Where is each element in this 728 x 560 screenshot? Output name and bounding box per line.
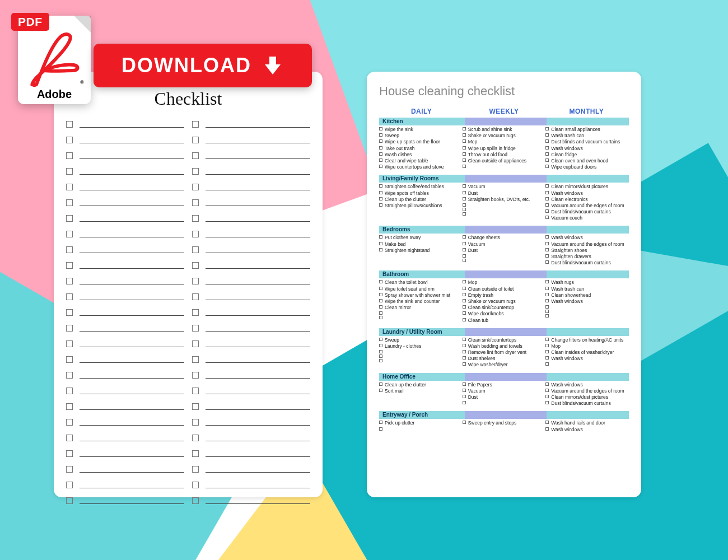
checkbox[interactable] <box>463 350 466 353</box>
checkbox[interactable] <box>379 287 382 290</box>
checkbox[interactable] <box>379 299 382 302</box>
checkbox[interactable] <box>192 372 199 379</box>
checkbox[interactable] <box>463 305 466 309</box>
checkbox[interactable] <box>463 203 466 207</box>
checkbox[interactable] <box>545 401 549 404</box>
checkbox[interactable] <box>66 435 73 441</box>
checkbox[interactable] <box>545 216 549 219</box>
checkbox[interactable] <box>463 146 466 150</box>
checkbox[interactable] <box>463 139 466 143</box>
checkbox[interactable] <box>463 395 466 398</box>
checkbox[interactable] <box>66 137 73 143</box>
checkbox[interactable] <box>379 280 382 283</box>
checkbox[interactable] <box>66 450 73 457</box>
checkbox[interactable] <box>545 280 549 283</box>
checkbox[interactable] <box>379 191 382 194</box>
checkbox[interactable] <box>463 293 466 296</box>
checkbox[interactable] <box>192 340 199 347</box>
checkbox[interactable] <box>192 356 199 363</box>
checkbox[interactable] <box>66 184 73 190</box>
checkbox[interactable] <box>192 121 199 128</box>
checkbox[interactable] <box>463 382 466 386</box>
checkbox[interactable] <box>66 372 73 379</box>
checkbox[interactable] <box>379 344 382 347</box>
checkbox[interactable] <box>192 497 199 504</box>
checkbox[interactable] <box>192 215 199 222</box>
checkbox[interactable] <box>545 152 549 156</box>
checkbox[interactable] <box>379 146 382 150</box>
checkbox[interactable] <box>66 293 73 300</box>
checkbox[interactable] <box>545 299 549 302</box>
checkbox[interactable] <box>66 356 73 363</box>
checkbox[interactable] <box>192 466 199 473</box>
checkbox[interactable] <box>463 248 466 251</box>
checkbox[interactable] <box>545 248 549 251</box>
checkbox[interactable] <box>545 133 549 137</box>
checkbox[interactable] <box>66 419 73 426</box>
checkbox[interactable] <box>545 338 549 341</box>
checkbox[interactable] <box>66 497 73 504</box>
checkbox[interactable] <box>463 127 466 130</box>
checkbox[interactable] <box>379 338 382 341</box>
checkbox[interactable] <box>545 350 549 353</box>
checkbox[interactable] <box>379 184 382 188</box>
checkbox[interactable] <box>545 305 549 309</box>
checkbox[interactable] <box>545 165 549 168</box>
checkbox[interactable] <box>379 152 382 156</box>
checkbox[interactable] <box>379 293 382 296</box>
checkbox[interactable] <box>192 278 199 284</box>
checkbox[interactable] <box>545 287 549 290</box>
checkbox[interactable] <box>545 382 549 386</box>
checkbox[interactable] <box>192 435 199 441</box>
checkbox[interactable] <box>66 121 73 128</box>
checkbox[interactable] <box>379 421 382 424</box>
checkbox[interactable] <box>463 152 466 156</box>
checkbox[interactable] <box>66 388 73 394</box>
checkbox[interactable] <box>545 344 549 347</box>
checkbox[interactable] <box>545 254 549 258</box>
checkbox[interactable] <box>192 199 199 206</box>
checkbox[interactable] <box>463 208 466 211</box>
checkbox[interactable] <box>545 310 549 313</box>
checkbox[interactable] <box>463 133 466 137</box>
checkbox[interactable] <box>379 305 382 309</box>
checkbox[interactable] <box>463 242 466 245</box>
checkbox[interactable] <box>545 203 549 207</box>
checkbox[interactable] <box>545 421 549 424</box>
checkbox[interactable] <box>379 127 382 130</box>
checkbox[interactable] <box>545 197 549 200</box>
checkbox[interactable] <box>379 354 382 358</box>
checkbox[interactable] <box>66 340 73 347</box>
checkbox[interactable] <box>192 419 199 426</box>
checkbox[interactable] <box>379 427 382 431</box>
checkbox[interactable] <box>192 168 199 175</box>
checkbox[interactable] <box>379 158 382 162</box>
checkbox[interactable] <box>545 235 549 239</box>
checkbox[interactable] <box>463 259 466 262</box>
checkbox[interactable] <box>545 191 549 194</box>
checkbox[interactable] <box>66 168 73 175</box>
checkbox[interactable] <box>545 158 549 162</box>
checkbox[interactable] <box>545 293 549 296</box>
checkbox[interactable] <box>463 197 466 200</box>
checkbox[interactable] <box>379 165 382 168</box>
checkbox[interactable] <box>66 482 73 488</box>
checkbox[interactable] <box>66 231 73 237</box>
checkbox[interactable] <box>66 246 73 253</box>
checkbox[interactable] <box>545 314 549 318</box>
checkbox[interactable] <box>463 184 466 188</box>
checkbox[interactable] <box>192 309 199 316</box>
checkbox[interactable] <box>192 388 199 394</box>
checkbox[interactable] <box>545 260 549 264</box>
checkbox[interactable] <box>545 362 549 366</box>
checkbox[interactable] <box>545 146 549 150</box>
checkbox[interactable] <box>379 133 382 137</box>
checkbox[interactable] <box>66 403 73 410</box>
checkbox[interactable] <box>463 338 466 341</box>
checkbox[interactable] <box>192 262 199 269</box>
checkbox[interactable] <box>463 401 466 404</box>
checkbox[interactable] <box>379 248 382 251</box>
checkbox[interactable] <box>66 309 73 316</box>
checkbox[interactable] <box>545 389 549 392</box>
checkbox[interactable] <box>545 427 549 431</box>
